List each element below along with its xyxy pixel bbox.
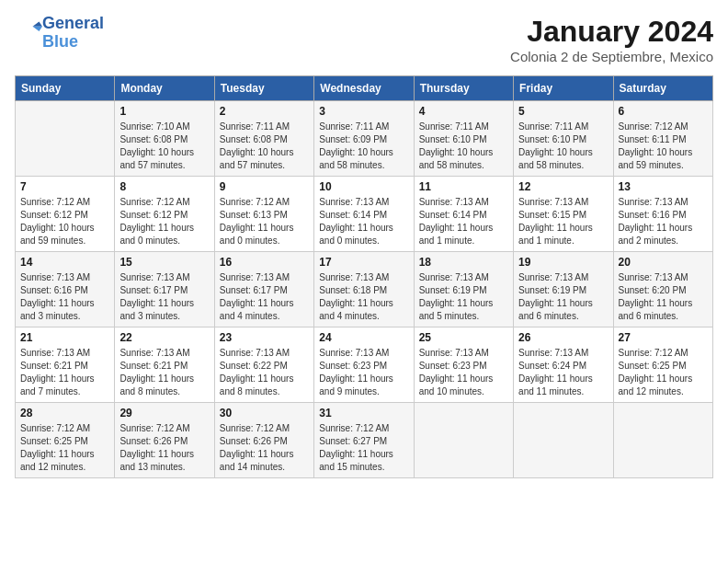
day-number: 22 xyxy=(119,331,209,344)
calendar-week-3: 14Sunrise: 7:13 AMSunset: 6:16 PMDayligh… xyxy=(16,252,713,327)
calendar-cell: 25Sunrise: 7:13 AMSunset: 6:23 PMDayligh… xyxy=(414,327,513,403)
day-info: Sunrise: 7:13 AMSunset: 6:17 PMDaylight:… xyxy=(119,271,209,323)
calendar-cell: 7Sunrise: 7:12 AMSunset: 6:12 PMDaylight… xyxy=(16,177,115,252)
calendar-cell: 16Sunrise: 7:13 AMSunset: 6:17 PMDayligh… xyxy=(214,252,313,327)
logo-icon xyxy=(17,18,42,44)
weekday-header-monday: Monday xyxy=(115,76,214,101)
day-number: 27 xyxy=(619,331,708,344)
day-info: Sunrise: 7:13 AMSunset: 6:19 PMDaylight:… xyxy=(518,271,608,323)
calendar-cell: 27Sunrise: 7:12 AMSunset: 6:25 PMDayligh… xyxy=(613,327,712,403)
day-info: Sunrise: 7:12 AMSunset: 6:11 PMDaylight:… xyxy=(619,121,708,172)
calendar-cell: 8Sunrise: 7:12 AMSunset: 6:12 PMDaylight… xyxy=(115,177,214,252)
svg-marker-0 xyxy=(33,21,43,26)
day-number: 28 xyxy=(20,407,109,419)
calendar-cell: 13Sunrise: 7:13 AMSunset: 6:16 PMDayligh… xyxy=(613,177,712,252)
title-block: January 2024 Colonia 2 de Septiembre, Me… xyxy=(510,15,713,64)
day-info: Sunrise: 7:13 AMSunset: 6:16 PMDaylight:… xyxy=(20,271,109,323)
day-number: 25 xyxy=(419,331,508,344)
calendar-cell: 15Sunrise: 7:13 AMSunset: 6:17 PMDayligh… xyxy=(115,252,214,327)
day-info: Sunrise: 7:12 AMSunset: 6:26 PMDaylight:… xyxy=(220,422,309,474)
calendar-cell: 4Sunrise: 7:11 AMSunset: 6:10 PMDaylight… xyxy=(414,101,513,177)
calendar-week-1: 1Sunrise: 7:10 AMSunset: 6:08 PMDaylight… xyxy=(16,101,713,177)
calendar-cell: 2Sunrise: 7:11 AMSunset: 6:08 PMDaylight… xyxy=(214,101,313,177)
day-number: 4 xyxy=(419,105,508,118)
day-number: 20 xyxy=(619,256,708,269)
day-number: 19 xyxy=(518,256,608,269)
day-number: 13 xyxy=(619,180,708,193)
calendar-cell: 24Sunrise: 7:13 AMSunset: 6:23 PMDayligh… xyxy=(314,327,414,403)
day-number: 10 xyxy=(319,180,408,193)
day-number: 7 xyxy=(20,180,109,193)
calendar-cell: 26Sunrise: 7:13 AMSunset: 6:24 PMDayligh… xyxy=(514,327,613,403)
day-info: Sunrise: 7:12 AMSunset: 6:25 PMDaylight:… xyxy=(619,347,708,398)
calendar-cell: 28Sunrise: 7:12 AMSunset: 6:25 PMDayligh… xyxy=(16,403,115,478)
calendar-week-4: 21Sunrise: 7:13 AMSunset: 6:21 PMDayligh… xyxy=(16,327,713,403)
day-info: Sunrise: 7:11 AMSunset: 6:10 PMDaylight:… xyxy=(419,121,508,172)
day-number: 1 xyxy=(119,105,209,118)
calendar-cell: 14Sunrise: 7:13 AMSunset: 6:16 PMDayligh… xyxy=(16,252,115,327)
calendar-cell: 1Sunrise: 7:10 AMSunset: 6:08 PMDaylight… xyxy=(115,101,214,177)
day-info: Sunrise: 7:11 AMSunset: 6:08 PMDaylight:… xyxy=(220,121,309,172)
day-number: 2 xyxy=(220,105,309,118)
calendar-cell: 30Sunrise: 7:12 AMSunset: 6:26 PMDayligh… xyxy=(214,403,313,478)
day-info: Sunrise: 7:12 AMSunset: 6:27 PMDaylight:… xyxy=(319,422,408,474)
day-info: Sunrise: 7:12 AMSunset: 6:13 PMDaylight:… xyxy=(220,196,309,247)
day-info: Sunrise: 7:12 AMSunset: 6:12 PMDaylight:… xyxy=(119,196,209,247)
weekday-header-sunday: Sunday xyxy=(16,76,115,101)
day-info: Sunrise: 7:13 AMSunset: 6:21 PMDaylight:… xyxy=(20,347,109,398)
logo-text: GeneralBlue xyxy=(42,15,104,52)
day-info: Sunrise: 7:13 AMSunset: 6:14 PMDaylight:… xyxy=(319,196,408,247)
day-info: Sunrise: 7:13 AMSunset: 6:19 PMDaylight:… xyxy=(419,271,508,323)
calendar-cell: 3Sunrise: 7:11 AMSunset: 6:09 PMDaylight… xyxy=(314,101,414,177)
page-header: GeneralBlue January 2024 Colonia 2 de Se… xyxy=(15,15,713,64)
day-number: 26 xyxy=(518,331,608,344)
day-info: Sunrise: 7:13 AMSunset: 6:22 PMDaylight:… xyxy=(220,347,309,398)
day-number: 8 xyxy=(119,180,209,193)
calendar-cell xyxy=(16,101,115,177)
day-info: Sunrise: 7:13 AMSunset: 6:15 PMDaylight:… xyxy=(518,196,608,247)
weekday-header-tuesday: Tuesday xyxy=(214,76,313,101)
day-info: Sunrise: 7:12 AMSunset: 6:12 PMDaylight:… xyxy=(20,196,109,247)
location-subtitle: Colonia 2 de Septiembre, Mexico xyxy=(510,49,713,64)
calendar-week-2: 7Sunrise: 7:12 AMSunset: 6:12 PMDaylight… xyxy=(16,177,713,252)
day-info: Sunrise: 7:12 AMSunset: 6:25 PMDaylight:… xyxy=(20,422,109,474)
calendar-cell: 12Sunrise: 7:13 AMSunset: 6:15 PMDayligh… xyxy=(514,177,613,252)
day-info: Sunrise: 7:13 AMSunset: 6:17 PMDaylight:… xyxy=(220,271,309,323)
day-number: 3 xyxy=(319,105,408,118)
day-number: 31 xyxy=(319,407,408,419)
day-number: 6 xyxy=(619,105,708,118)
day-info: Sunrise: 7:13 AMSunset: 6:16 PMDaylight:… xyxy=(619,196,708,247)
day-info: Sunrise: 7:12 AMSunset: 6:26 PMDaylight:… xyxy=(119,422,209,474)
day-info: Sunrise: 7:11 AMSunset: 6:10 PMDaylight:… xyxy=(518,121,608,172)
weekday-header-thursday: Thursday xyxy=(414,76,513,101)
calendar-cell: 21Sunrise: 7:13 AMSunset: 6:21 PMDayligh… xyxy=(16,327,115,403)
calendar-cell: 19Sunrise: 7:13 AMSunset: 6:19 PMDayligh… xyxy=(514,252,613,327)
day-number: 11 xyxy=(419,180,508,193)
calendar-week-5: 28Sunrise: 7:12 AMSunset: 6:25 PMDayligh… xyxy=(16,403,713,478)
calendar-cell: 22Sunrise: 7:13 AMSunset: 6:21 PMDayligh… xyxy=(115,327,214,403)
month-title: January 2024 xyxy=(510,15,713,49)
day-number: 24 xyxy=(319,331,408,344)
day-number: 9 xyxy=(220,180,309,193)
calendar-cell: 29Sunrise: 7:12 AMSunset: 6:26 PMDayligh… xyxy=(115,403,214,478)
day-number: 15 xyxy=(119,256,209,269)
weekday-header-friday: Friday xyxy=(514,76,613,101)
day-number: 23 xyxy=(220,331,309,344)
calendar-cell: 10Sunrise: 7:13 AMSunset: 6:14 PMDayligh… xyxy=(314,177,414,252)
calendar-cell: 31Sunrise: 7:12 AMSunset: 6:27 PMDayligh… xyxy=(314,403,414,478)
day-info: Sunrise: 7:13 AMSunset: 6:20 PMDaylight:… xyxy=(619,271,708,323)
day-info: Sunrise: 7:13 AMSunset: 6:23 PMDaylight:… xyxy=(319,347,408,398)
day-number: 12 xyxy=(518,180,608,193)
day-info: Sunrise: 7:13 AMSunset: 6:18 PMDaylight:… xyxy=(319,271,408,323)
day-info: Sunrise: 7:13 AMSunset: 6:14 PMDaylight:… xyxy=(419,196,508,247)
weekday-header-wednesday: Wednesday xyxy=(314,76,414,101)
day-number: 18 xyxy=(419,256,508,269)
calendar-cell: 9Sunrise: 7:12 AMSunset: 6:13 PMDaylight… xyxy=(214,177,313,252)
day-number: 29 xyxy=(119,407,209,419)
calendar-table: SundayMondayTuesdayWednesdayThursdayFrid… xyxy=(15,75,713,478)
day-number: 21 xyxy=(20,331,109,344)
calendar-cell: 18Sunrise: 7:13 AMSunset: 6:19 PMDayligh… xyxy=(414,252,513,327)
calendar-cell: 5Sunrise: 7:11 AMSunset: 6:10 PMDaylight… xyxy=(514,101,613,177)
calendar-cell: 23Sunrise: 7:13 AMSunset: 6:22 PMDayligh… xyxy=(214,327,313,403)
calendar-cell: 6Sunrise: 7:12 AMSunset: 6:11 PMDaylight… xyxy=(613,101,712,177)
